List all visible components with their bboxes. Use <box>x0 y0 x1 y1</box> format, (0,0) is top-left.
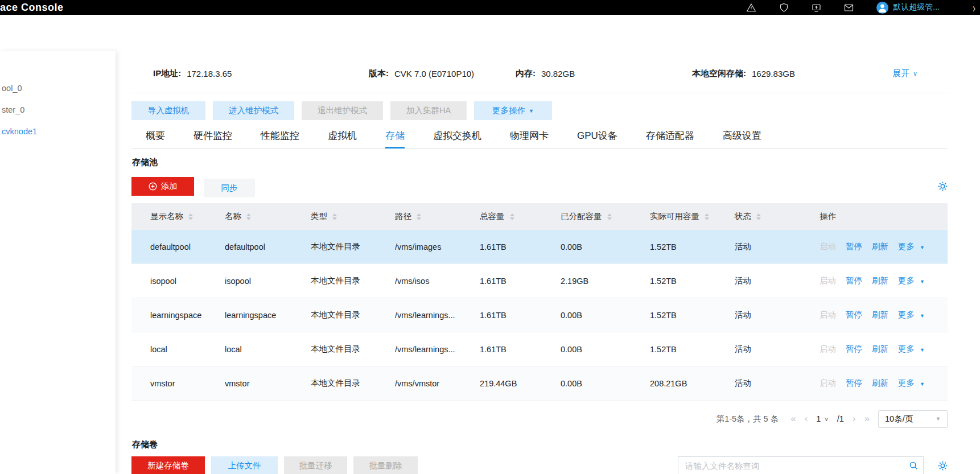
table-row[interactable]: vmstor vmstor 本地文件目录 /vms/vmstor 219.44G… <box>131 366 948 401</box>
col-header-path[interactable]: 路径 <box>395 211 480 222</box>
chevron-down-icon: ∨ <box>913 70 917 77</box>
host-action-bar: 导入虚拟机 进入维护模式 退出维护模式 加入集群HA 更多操作 ▼ <box>131 101 552 120</box>
row-action-refresh[interactable]: 刷新 <box>872 344 888 355</box>
tab-virtual-machines[interactable]: 虚拟机 <box>328 123 357 148</box>
cell-status: 活动 <box>735 344 820 355</box>
row-action-more[interactable]: 更多 ▼ <box>898 344 925 355</box>
chevron-down-icon: ▼ <box>920 279 925 285</box>
cell-available: 1.52TB <box>650 311 735 320</box>
cell-name: defaultpool <box>225 242 311 252</box>
upload-file-button[interactable]: 上传文件 <box>211 456 278 474</box>
alert-icon[interactable] <box>746 3 756 13</box>
row-action-more[interactable]: 更多 ▼ <box>898 310 925 320</box>
row-action-pause[interactable]: 暂停 <box>846 378 862 389</box>
create-volume-button[interactable]: 新建存储卷 <box>131 456 205 474</box>
chevron-right-icon[interactable]: › <box>973 0 975 15</box>
col-header-available[interactable]: 实际可用容量 <box>650 211 735 222</box>
pagination-next-button[interactable]: › <box>853 413 856 424</box>
sort-icon[interactable] <box>246 213 251 220</box>
sort-icon[interactable] <box>188 213 193 220</box>
tab-advanced-settings[interactable]: 高级设置 <box>723 123 761 148</box>
tab-performance-monitor[interactable]: 性能监控 <box>261 123 299 148</box>
cell-available: 1.52TB <box>650 345 735 354</box>
col-header-total[interactable]: 总容量 <box>480 211 561 222</box>
row-action-more[interactable]: 更多 ▼ <box>898 275 925 286</box>
pagination-total: /1 <box>837 414 844 423</box>
col-header-type[interactable]: 类型 <box>311 211 395 222</box>
file-search-input[interactable] <box>678 457 904 474</box>
add-pool-button[interactable]: 添加 <box>131 177 194 196</box>
storage-pool-title: 存储池 <box>132 157 158 168</box>
cell-path: /vms/images <box>395 242 480 252</box>
sort-icon[interactable] <box>417 213 421 220</box>
table-row[interactable]: isopool isopool 本地文件目录 /vms/isos 1.61TB … <box>131 264 948 298</box>
row-action-pause[interactable]: 暂停 <box>846 241 862 252</box>
page-select[interactable]: 1 ∨ <box>816 414 828 423</box>
tab-storage-adapter[interactable]: 存储适配器 <box>646 123 694 148</box>
table-row[interactable]: local local 本地文件目录 /vms/learnings... 1.6… <box>131 332 948 366</box>
row-action-start: 启动 <box>820 275 836 286</box>
shield-icon[interactable] <box>779 3 789 13</box>
cell-name: learningspace <box>225 311 311 320</box>
screen-share-icon[interactable] <box>812 3 821 13</box>
cell-type: 本地文件目录 <box>311 344 395 355</box>
more-actions-button[interactable]: 更多操作 ▼ <box>474 101 552 120</box>
table-row[interactable]: defaultpool defaultpool 本地文件目录 /vms/imag… <box>131 230 948 264</box>
storage-pool-table: 显示名称 名称 类型 路径 总容量 已分配容量 <box>131 203 948 401</box>
row-action-pause[interactable]: 暂停 <box>846 310 862 320</box>
tab-physical-nic[interactable]: 物理网卡 <box>510 123 549 148</box>
col-header-display-name[interactable]: 显示名称 <box>150 211 225 222</box>
row-action-more[interactable]: 更多 ▼ <box>898 241 925 252</box>
table-row[interactable]: learningspace learningspace 本地文件目录 /vms/… <box>131 298 948 332</box>
storage-volume-title: 存储卷 <box>132 439 158 450</box>
search-icon[interactable] <box>904 461 923 471</box>
column-settings-gear-icon[interactable] <box>938 182 948 191</box>
cell-available: 208.21GB <box>650 379 735 388</box>
page-size-select[interactable]: 10条/页 ▼ <box>878 410 948 428</box>
cell-type: 本地文件目录 <box>311 310 395 320</box>
sort-icon[interactable] <box>756 213 761 220</box>
sidebar-item-cvknode1[interactable]: cvknode1 <box>0 121 116 142</box>
expand-link[interactable]: 展开 ∨ <box>892 55 917 93</box>
row-action-refresh[interactable]: 刷新 <box>872 241 888 252</box>
import-vm-button[interactable]: 导入虚拟机 <box>131 101 205 120</box>
info-memory: 内存: 30.82GB <box>516 55 575 93</box>
tab-hardware-monitor[interactable]: 硬件监控 <box>193 123 232 148</box>
row-action-refresh[interactable]: 刷新 <box>872 275 888 286</box>
cell-allocated: 0.00B <box>561 311 650 320</box>
tab-virtual-switch[interactable]: 虚拟交换机 <box>433 123 481 148</box>
pagination-first-button[interactable]: « <box>790 413 796 424</box>
chevron-down-icon: ▼ <box>920 381 925 387</box>
sidebar-item-cluster[interactable]: ster_0 <box>0 99 116 121</box>
sort-icon[interactable] <box>510 213 514 220</box>
storage-volume-toolbar: 新建存储卷 上传文件 批量迁移 批量删除 <box>131 456 948 474</box>
sync-pool-button[interactable]: 同步 <box>204 179 255 197</box>
row-action-refresh[interactable]: 刷新 <box>872 310 888 320</box>
user-menu[interactable]: 默认超级管... <box>876 2 940 14</box>
pagination-prev-button[interactable]: ‹ <box>805 413 808 424</box>
sidebar-item-pool[interactable]: ool_0 <box>0 77 116 99</box>
cell-total: 1.61TB <box>480 345 561 354</box>
main-content: IP地址: 172.18.3.65 版本: CVK 7.0 (E0710P10)… <box>131 15 980 474</box>
col-header-status[interactable]: 状态 <box>735 211 820 222</box>
topbar-right: 默认超级管... › <box>746 2 975 14</box>
column-settings-gear-icon[interactable] <box>938 461 948 471</box>
col-header-name[interactable]: 名称 <box>225 211 311 222</box>
sort-icon[interactable] <box>705 213 709 220</box>
tab-gpu-devices[interactable]: GPU设备 <box>577 123 617 148</box>
cell-display-name: defaultpool <box>150 242 225 252</box>
sort-icon[interactable] <box>607 213 612 220</box>
mail-icon[interactable] <box>844 3 854 12</box>
row-action-pause[interactable]: 暂停 <box>846 275 862 286</box>
row-action-start: 启动 <box>820 378 836 389</box>
enter-maintenance-button[interactable]: 进入维护模式 <box>213 101 294 120</box>
pagination-last-button[interactable]: » <box>864 413 870 424</box>
tab-storage[interactable]: 存储 <box>385 123 405 148</box>
row-action-refresh[interactable]: 刷新 <box>872 378 888 389</box>
row-actions: 启动 暂停 刷新 更多 ▼ <box>820 378 948 389</box>
col-header-allocated[interactable]: 已分配容量 <box>561 211 650 222</box>
row-action-pause[interactable]: 暂停 <box>846 344 862 355</box>
tab-summary[interactable]: 概要 <box>146 123 165 148</box>
row-action-more[interactable]: 更多 ▼ <box>898 378 925 389</box>
sort-icon[interactable] <box>332 213 337 220</box>
